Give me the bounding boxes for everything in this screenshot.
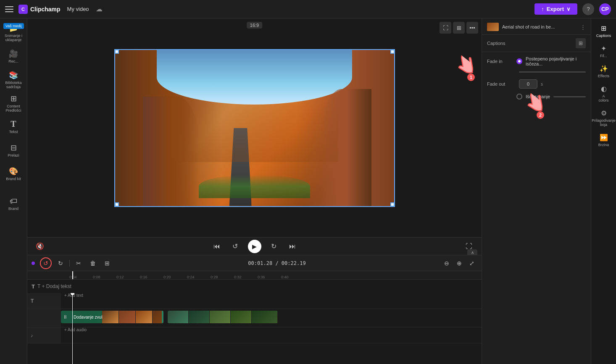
timeline-time: 00:01.28 / 00:22.19 (248, 260, 305, 266)
brand-icon: 🏷 (10, 197, 17, 206)
ruler-mark: 0:28 (211, 275, 234, 279)
zoom-in-button[interactable]: ⊕ (454, 258, 465, 269)
fade-out-option-row: Iščezavanje (487, 94, 586, 100)
play-button[interactable]: ▶ (248, 240, 261, 253)
fade-out-radio[interactable] (516, 94, 522, 100)
fade-in-label: Fade in (487, 59, 516, 64)
zoom-out-button[interactable]: ⊖ (441, 258, 452, 269)
sidebar-item-transitions[interactable]: ⊟ Prelazi (2, 139, 25, 161)
export-button[interactable]: ↑ Export ∨ (534, 3, 577, 15)
timeline-ruler: 0:04 0:08 0:12 0:16 0:20 0:24 0:28 0:32 … (27, 271, 482, 280)
video-title[interactable]: My video (67, 6, 89, 12)
fit-button[interactable]: ⤢ (466, 258, 477, 269)
fade-out-option-label: Iščezavanje (526, 94, 550, 99)
timeline-marker (32, 262, 35, 265)
skip-back-button[interactable]: ⏮ (211, 241, 223, 252)
hamburger-menu[interactable] (5, 6, 13, 12)
skip-forward-button[interactable]: ⏭ (287, 241, 298, 252)
save-icon[interactable]: ☁ (96, 5, 103, 13)
undo-button[interactable]: ↺ (40, 257, 52, 269)
export-icon: ↑ (541, 6, 544, 12)
captions-icon[interactable]: ⊞ (576, 38, 586, 48)
filters-tab-icon: ✦ (601, 45, 606, 52)
video-track-row: ⏸ Dodavanje zvuka (27, 309, 482, 327)
right-panel: Aerial shot of road in be... ⋮ Captions … (482, 18, 616, 364)
record-icon: 🎥 (9, 49, 18, 58)
expand-button[interactable]: ⊞ (453, 22, 465, 34)
left-sidebar: 📁 Snimanje iuklapanje 🎥 Rec... 📚 Bibliot… (0, 18, 27, 364)
add-audio-button[interactable]: + Add audio (64, 327, 87, 332)
video-clip-main[interactable]: ⏸ Dodavanje zvuka (61, 311, 163, 323)
delete-button[interactable]: 🗑 (87, 258, 98, 269)
text-icon: T (11, 119, 16, 129)
link-button[interactable]: ⋮ (580, 24, 586, 30)
mute-button[interactable]: 🔇 (34, 241, 46, 252)
audio-track-row: ♪ + Add audio (27, 327, 482, 343)
sidebar-item-brandkit[interactable]: 🎨 Brand kit (2, 163, 25, 185)
resize-handle-bl[interactable] (115, 202, 119, 207)
copy-button[interactable]: ⊞ (102, 258, 113, 269)
app-logo: C Clipchamp (18, 5, 61, 14)
audio-track-content[interactable]: + Add audio (61, 327, 482, 343)
tab-adjust[interactable]: ⚙ Prilagodivanjeboja (593, 107, 615, 129)
timeline-collapse-button[interactable]: ∧ (467, 249, 477, 255)
resize-handle-tr[interactable] (390, 50, 395, 54)
sidebar-item-record[interactable]: 🎥 Rec... (2, 45, 25, 67)
fade-out-slider[interactable] (553, 96, 586, 97)
user-avatar[interactable]: CP (599, 3, 611, 15)
fade-out-value[interactable]: 0 (519, 79, 537, 89)
fade-section: Fade in Postepeno pojavljivanje i isčeza… (482, 52, 591, 107)
separator (69, 260, 70, 267)
fade-in-row: Fade in Postepeno pojavljivanje i isčeza… (487, 56, 586, 66)
sidebar-item-content[interactable]: ⊞ ContentPredlošci (2, 92, 25, 114)
right-panel-main: Aerial shot of road in be... ⋮ Captions … (482, 18, 591, 364)
preview-toolbar: ⛶ ⊞ ••• (440, 22, 478, 34)
clip-end-handle[interactable] (162, 311, 163, 323)
colors-tab-icon: ◐ (601, 85, 607, 93)
tab-captions[interactable]: ⊞ Captions (593, 22, 615, 40)
resize-handle-tl[interactable] (115, 50, 119, 54)
adjust-tab-icon: ⚙ (601, 109, 607, 117)
sidebar-item-text[interactable]: T Tekst (2, 116, 25, 138)
forward-button[interactable]: ↻ (268, 241, 280, 252)
text-track-label: T (32, 283, 35, 290)
content-icon: ⊞ (11, 94, 17, 103)
text-track-header: T (27, 293, 61, 309)
resize-handle-br[interactable] (390, 202, 395, 207)
speed-tab-icon: ⏩ (600, 134, 608, 141)
ruler-mark: 0:12 (116, 275, 140, 279)
tab-colors[interactable]: ◐ Acolors (593, 82, 615, 105)
rewind-button[interactable]: ↺ (229, 241, 241, 252)
fade-in-slider[interactable] (519, 71, 586, 73)
sidebar-item-brand[interactable]: 🏷 Brand (2, 193, 25, 215)
topbar: C Clipchamp My video ☁ ↑ Export ∨ ? CP (0, 0, 616, 18)
fade-in-slider-row (487, 71, 586, 73)
video-frame (114, 49, 395, 207)
center-area: 16:9 ⛶ ⊞ ••• (27, 18, 482, 364)
export-chevron: ∨ (566, 6, 571, 12)
text-track-content[interactable]: + Add text (61, 293, 482, 309)
sidebar-item-library[interactable]: 📚 Bibliotekasadržaja (2, 69, 25, 91)
help-button[interactable]: ? (582, 3, 594, 15)
fade-in-radio[interactable] (516, 58, 522, 64)
crop-button[interactable]: ⛶ (440, 22, 451, 34)
redo-button[interactable]: ↻ (55, 258, 66, 269)
tab-effects[interactable]: ✨ Effects (593, 62, 615, 81)
media-icon: 📁 (9, 24, 18, 33)
add-text-label: T + Dodaj tekst (37, 283, 71, 289)
video-clip-end[interactable] (168, 311, 278, 323)
timeline-toolbar: ↺ ↻ ✂ 🗑 ⊞ 00:01.28 / 00:22.19 ⊖ ⊕ ⤢ (27, 255, 482, 271)
playback-controls: 🔇 ⏮ ↺ ▶ ↻ ⏭ ⛶ (27, 237, 482, 255)
tab-filters[interactable]: ✦ Fil... (593, 42, 615, 60)
ruler-mark: 0:36 (258, 275, 281, 279)
clip-thumbnail (487, 23, 499, 31)
more-options-button[interactable]: ••• (466, 22, 478, 34)
fade-out-row: Fade out 0 s (487, 79, 586, 89)
sidebar-badge (21, 23, 24, 26)
effects-tab-icon: ✨ (600, 65, 608, 73)
sidebar-item-media[interactable]: 📁 Snimanje iuklapanje (2, 22, 25, 44)
tab-speed[interactable]: ⏩ Brzina (593, 131, 615, 149)
add-text-button[interactable]: + Add text (64, 293, 83, 298)
cut-button[interactable]: ✂ (73, 258, 84, 269)
timeline-area: ∧ ↺ ↻ ✂ 🗑 ⊞ 00:01.28 / 00:22.19 ⊖ ⊕ ⤢ (27, 255, 482, 364)
